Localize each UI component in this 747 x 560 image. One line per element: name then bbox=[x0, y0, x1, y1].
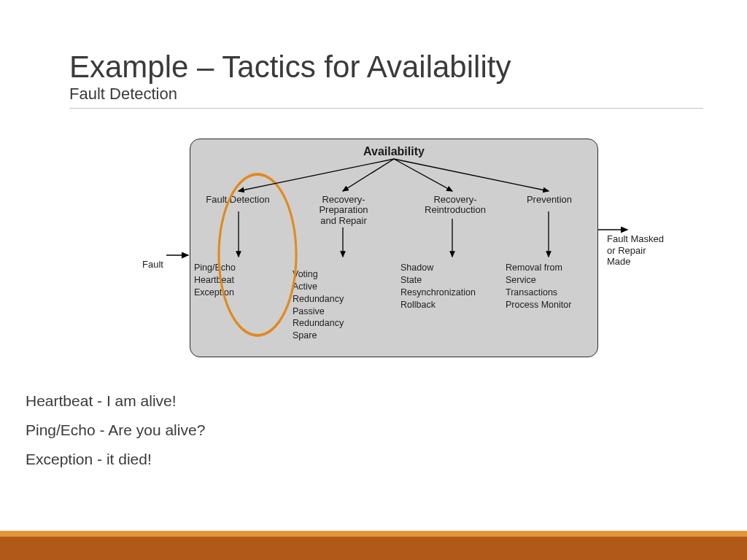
list-item: Shadow bbox=[400, 262, 510, 274]
accent-bar-dark bbox=[0, 537, 747, 560]
note-line: Exception - it died! bbox=[26, 445, 205, 474]
column-title: Prevention bbox=[506, 195, 593, 219]
list-item: Passive Redundancy bbox=[293, 306, 395, 330]
slide-title: Example – Tactics for Availability bbox=[69, 51, 703, 83]
list-item: Spare bbox=[293, 330, 395, 342]
column-items: Shadow State Resynchronization Rollback bbox=[400, 262, 510, 311]
list-item: Removal from Service bbox=[506, 262, 593, 287]
output-label: Fault Masked or Repair Made bbox=[607, 233, 665, 268]
diagram-panel: Availability Fault Detection Ping/Echo H… bbox=[190, 139, 598, 357]
column-items: Removal from Service Transactions Proces… bbox=[506, 262, 593, 311]
list-item: Voting bbox=[293, 268, 395, 281]
column-prevention: Prevention Removal from Service Transact… bbox=[506, 195, 593, 311]
slide-subtitle: Fault Detection bbox=[69, 85, 703, 104]
column-recovery-prep: Recovery- Preparation and Repair Voting … bbox=[293, 195, 395, 342]
column-title: Recovery- Reintroduction bbox=[400, 195, 510, 219]
title-rule bbox=[69, 108, 703, 109]
diagram: Availability Fault Detection Ping/Echo H… bbox=[146, 139, 671, 372]
list-item: Transactions bbox=[506, 287, 593, 299]
note-line: Heartbeat - I am alive! bbox=[26, 386, 205, 416]
notes: Heartbeat - I am alive! Ping/Echo - Are … bbox=[26, 386, 205, 474]
column-items: Voting Active Redundancy Passive Redunda… bbox=[293, 268, 395, 342]
list-item: Process Monitor bbox=[506, 299, 593, 311]
slide: Example – Tactics for Availability Fault… bbox=[0, 0, 747, 560]
accent-bar-light bbox=[0, 531, 747, 537]
note-line: Ping/Echo - Are you alive? bbox=[26, 416, 205, 445]
list-item: Rollback bbox=[400, 299, 510, 311]
column-title: Recovery- Preparation and Repair bbox=[293, 195, 395, 226]
list-item: State Resynchronization bbox=[400, 274, 510, 299]
input-label: Fault bbox=[142, 259, 186, 271]
diagram-heading: Availability bbox=[190, 145, 597, 158]
list-item: Active Redundancy bbox=[293, 281, 395, 306]
column-recovery-reintro: Recovery- Reintroduction Shadow State Re… bbox=[400, 195, 510, 311]
title-block: Example – Tactics for Availability Fault… bbox=[69, 51, 703, 114]
highlight-circle bbox=[217, 173, 297, 337]
